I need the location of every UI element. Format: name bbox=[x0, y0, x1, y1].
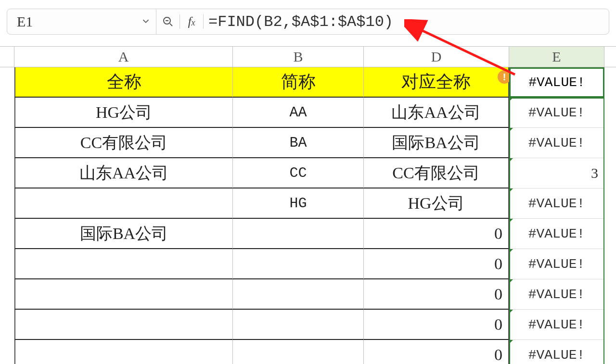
error-triangle-icon bbox=[509, 98, 513, 101]
table-row: 0#VALUE! bbox=[0, 310, 616, 340]
cell[interactable]: #VALUE! bbox=[509, 188, 604, 219]
row-header[interactable] bbox=[0, 98, 14, 128]
active-cell[interactable]: #VALUE! bbox=[509, 67, 604, 98]
row-header[interactable] bbox=[0, 310, 14, 340]
row-header[interactable] bbox=[0, 188, 14, 219]
cell[interactable]: #VALUE! bbox=[509, 279, 604, 310]
cell[interactable]: #VALUE! bbox=[509, 98, 604, 128]
spreadsheet: A B D E 全称 简称 对应全称 ! HG公司AA山东AA公司#VALUE!… bbox=[0, 46, 616, 364]
column-headers: A B D E bbox=[0, 46, 616, 67]
cell[interactable] bbox=[233, 310, 364, 340]
cell[interactable]: #VALUE! bbox=[509, 219, 604, 249]
cell[interactable]: BA bbox=[233, 128, 364, 158]
error-triangle-icon bbox=[509, 249, 513, 253]
cell-text: 对应全称 bbox=[364, 70, 508, 94]
column-header-b[interactable]: B bbox=[233, 47, 364, 67]
name-box[interactable]: E1 bbox=[12, 9, 156, 34]
cell[interactable] bbox=[14, 249, 233, 279]
cell[interactable]: HG公司 bbox=[364, 188, 509, 219]
cell-reference: E1 bbox=[17, 13, 33, 30]
cell[interactable]: 国际BA公司 bbox=[14, 219, 233, 249]
svg-line-1 bbox=[170, 24, 172, 26]
column-header-d[interactable]: D bbox=[364, 47, 509, 67]
column-header-a[interactable]: A bbox=[14, 47, 233, 67]
zoom-out-icon[interactable] bbox=[156, 9, 180, 34]
error-triangle-icon bbox=[509, 219, 513, 223]
table-row: 0#VALUE! bbox=[0, 249, 616, 279]
cell[interactable] bbox=[14, 310, 233, 340]
error-triangle-icon bbox=[509, 128, 513, 132]
fx-icon[interactable]: fx bbox=[180, 9, 203, 34]
cell[interactable]: 0 bbox=[364, 249, 509, 279]
row-header[interactable] bbox=[0, 128, 14, 158]
table-row: 0#VALUE! bbox=[0, 279, 616, 310]
cell[interactable] bbox=[14, 340, 233, 364]
cell[interactable]: 0 bbox=[364, 219, 509, 249]
cell[interactable]: 国际BA公司 bbox=[364, 128, 509, 158]
cell[interactable]: 简称 bbox=[233, 67, 364, 98]
error-triangle-icon bbox=[509, 310, 513, 314]
row-header[interactable] bbox=[0, 249, 14, 279]
name-box-dropdown-icon[interactable] bbox=[141, 13, 151, 30]
row-header[interactable] bbox=[0, 340, 14, 364]
table-row: CC有限公司BA国际BA公司#VALUE! bbox=[0, 128, 616, 158]
cell[interactable]: 3 bbox=[509, 158, 604, 188]
cell[interactable]: CC有限公司 bbox=[14, 128, 233, 158]
error-triangle-icon bbox=[509, 279, 513, 283]
row-header[interactable] bbox=[0, 67, 14, 98]
cell[interactable] bbox=[14, 188, 233, 219]
cell[interactable] bbox=[233, 340, 364, 364]
row-header[interactable] bbox=[0, 158, 14, 188]
cell[interactable]: #VALUE! bbox=[509, 340, 604, 364]
row-header[interactable] bbox=[0, 279, 14, 310]
table-row: HG公司AA山东AA公司#VALUE! bbox=[0, 98, 616, 128]
cell[interactable]: CC bbox=[233, 158, 364, 188]
cell[interactable]: 0 bbox=[364, 279, 509, 310]
table-row: HGHG公司#VALUE! bbox=[0, 188, 616, 219]
cell[interactable] bbox=[233, 249, 364, 279]
cell[interactable]: HG公司 bbox=[14, 98, 233, 128]
cell[interactable] bbox=[233, 219, 364, 249]
cell[interactable]: HG bbox=[233, 188, 364, 219]
cell[interactable]: #VALUE! bbox=[509, 310, 604, 340]
row-header[interactable] bbox=[0, 219, 14, 249]
cell[interactable]: #VALUE! bbox=[509, 128, 604, 158]
formula-input[interactable] bbox=[204, 13, 604, 31]
cell[interactable]: 全称 bbox=[14, 67, 233, 98]
cell[interactable] bbox=[14, 279, 233, 310]
formula-bar: E1 fx bbox=[7, 9, 609, 35]
table-row: 0#VALUE! bbox=[0, 340, 616, 364]
error-triangle-icon bbox=[509, 340, 513, 344]
cell[interactable]: #VALUE! bbox=[509, 249, 604, 279]
active-cell-value: #VALUE! bbox=[528, 75, 585, 90]
table-row: 山东AA公司CCCC有限公司3 bbox=[0, 158, 616, 188]
table-row: 国际BA公司0#VALUE! bbox=[0, 219, 616, 249]
cell[interactable]: AA bbox=[233, 98, 364, 128]
cell[interactable]: 山东AA公司 bbox=[364, 98, 509, 128]
cell[interactable] bbox=[233, 279, 364, 310]
cell[interactable]: CC有限公司 bbox=[364, 158, 509, 188]
cell[interactable]: 对应全称 ! bbox=[364, 67, 509, 98]
cell[interactable]: 0 bbox=[364, 340, 509, 364]
error-triangle-icon bbox=[509, 188, 513, 192]
corner[interactable] bbox=[0, 47, 14, 67]
cell[interactable]: 山东AA公司 bbox=[14, 158, 233, 188]
error-triangle-icon bbox=[509, 158, 513, 162]
cell[interactable]: 0 bbox=[364, 310, 509, 340]
column-header-e[interactable]: E bbox=[509, 47, 604, 67]
